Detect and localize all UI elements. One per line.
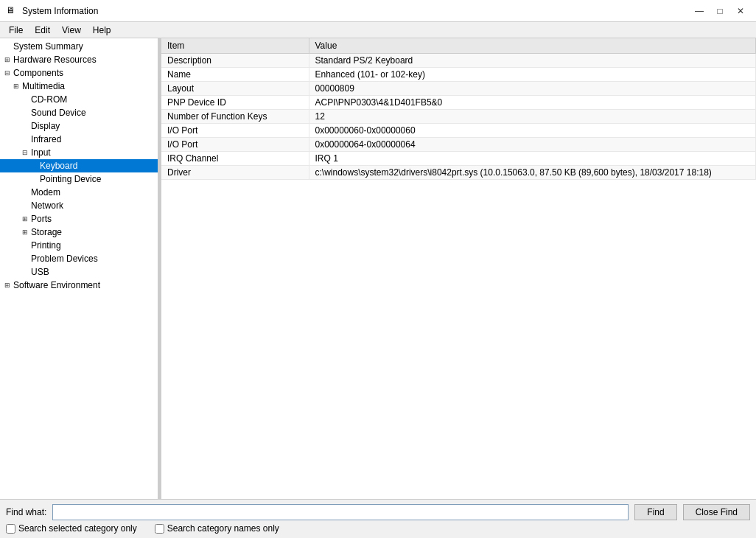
app-icon: 🖥: [6, 5, 18, 17]
tree-label-system-summary: System Summary: [13, 41, 83, 52]
tree-label-keyboard: Keyboard: [40, 161, 77, 171]
tree-item-hardware-resources[interactable]: ⊞Hardware Resources: [0, 53, 158, 66]
title-text: System Information: [22, 6, 98, 16]
table-row: Number of Function Keys12: [161, 110, 756, 124]
cell-item: I/O Port: [161, 138, 309, 152]
search-selected-text: Search selected category only: [18, 523, 137, 534]
find-button[interactable]: Find: [634, 504, 676, 520]
check-row: Search selected category only Search cat…: [6, 523, 750, 534]
cell-item: Number of Function Keys: [161, 110, 309, 124]
tree-label-display: Display: [31, 121, 60, 131]
content-area: System Summary⊞Hardware Resources⊟Compon…: [0, 38, 756, 499]
cell-item: IRQ Channel: [161, 152, 309, 166]
tree-item-software-environment[interactable]: ⊞Software Environment: [0, 279, 158, 292]
tree-item-infrared[interactable]: Infrared: [0, 133, 158, 146]
expand-icon-printing: [21, 241, 29, 250]
expand-icon-system-summary: [3, 42, 12, 51]
tree-item-usb[interactable]: USB: [0, 265, 158, 279]
cell-value: Standard PS/2 Keyboard: [309, 54, 756, 68]
tree-item-network[interactable]: Network: [0, 199, 158, 212]
search-selected-label[interactable]: Search selected category only: [6, 523, 137, 534]
search-selected-checkbox[interactable]: [6, 524, 15, 534]
tree-label-multimedia: Multimedia: [22, 81, 65, 91]
tree-item-components[interactable]: ⊟Components: [0, 66, 158, 80]
expand-icon-network: [21, 201, 29, 210]
cell-value: 00000809: [309, 82, 756, 96]
expand-icon-display: [21, 122, 29, 130]
menu-file[interactable]: File: [3, 24, 29, 37]
tree-item-sound-device[interactable]: Sound Device: [0, 106, 158, 119]
cell-item: PNP Device ID: [161, 96, 309, 110]
cell-value: 12: [309, 110, 756, 124]
cell-value: Enhanced (101- or 102-key): [309, 68, 756, 82]
search-names-checkbox[interactable]: [155, 524, 164, 534]
tree-item-modem[interactable]: Modem: [0, 186, 158, 199]
tree-item-display[interactable]: Display: [0, 119, 158, 133]
tree-item-storage[interactable]: ⊞Storage: [0, 226, 158, 239]
expand-icon-hardware-resources: ⊞: [3, 55, 12, 64]
menu-view[interactable]: View: [56, 24, 87, 37]
table-row: I/O Port0x00000060-0x00000060: [161, 124, 756, 138]
col-value: Value: [309, 38, 756, 54]
tree-label-pointing-device: Pointing Device: [40, 174, 101, 184]
restore-button[interactable]: □: [710, 4, 729, 18]
tree-label-storage: Storage: [31, 227, 62, 237]
find-input[interactable]: [52, 504, 629, 520]
tree-label-sound-device: Sound Device: [31, 108, 86, 118]
search-names-text: Search category names only: [167, 523, 279, 534]
expand-icon-storage: ⊞: [21, 228, 29, 237]
table-row: Driverc:\windows\system32\drivers\i8042p…: [161, 166, 756, 180]
title-bar: 🖥 System Information ― □ ✕: [0, 0, 756, 22]
tree-item-keyboard[interactable]: Keyboard: [0, 159, 158, 172]
expand-icon-problem-devices: [21, 254, 29, 263]
table-row: I/O Port0x00000064-0x00000064: [161, 138, 756, 152]
tree-label-software-environment: Software Environment: [13, 280, 100, 290]
search-names-label[interactable]: Search category names only: [155, 523, 279, 534]
find-row: Find what: Find Close Find: [6, 504, 750, 520]
close-find-button[interactable]: Close Find: [683, 504, 750, 520]
tree-item-multimedia[interactable]: ⊞Multimedia: [0, 80, 158, 93]
expand-icon-multimedia: ⊞: [12, 82, 21, 91]
expand-icon-software-environment: ⊞: [3, 281, 12, 290]
title-bar-buttons: ― □ ✕: [690, 4, 750, 18]
find-label: Find what:: [6, 507, 46, 517]
tree-label-input: Input: [31, 147, 51, 158]
tree-item-problem-devices[interactable]: Problem Devices: [0, 252, 158, 265]
cell-value: IRQ 1: [309, 152, 756, 166]
table-row: Layout00000809: [161, 82, 756, 96]
table-row: NameEnhanced (101- or 102-key): [161, 68, 756, 82]
col-item: Item: [161, 38, 309, 54]
detail-panel: Item Value DescriptionStandard PS/2 Keyb…: [161, 38, 756, 499]
tree-label-printing: Printing: [31, 240, 61, 251]
expand-icon-infrared: [21, 135, 29, 144]
tree-label-components: Components: [13, 68, 63, 78]
tree-panel[interactable]: System Summary⊞Hardware Resources⊟Compon…: [0, 38, 158, 499]
tree-item-printing[interactable]: Printing: [0, 239, 158, 252]
minimize-button[interactable]: ―: [690, 4, 709, 18]
table-row: DescriptionStandard PS/2 Keyboard: [161, 54, 756, 68]
menu-help[interactable]: Help: [87, 24, 117, 37]
tree-label-usb: USB: [31, 267, 49, 277]
tree-item-pointing-device[interactable]: Pointing Device: [0, 172, 158, 186]
expand-icon-sound-device: [21, 108, 29, 117]
tree-item-cd-rom[interactable]: CD-ROM: [0, 93, 158, 106]
tree-item-ports[interactable]: ⊞Ports: [0, 212, 158, 226]
title-bar-left: 🖥 System Information: [6, 5, 98, 17]
tree-label-ports: Ports: [31, 214, 52, 224]
expand-icon-input: ⊟: [21, 148, 29, 157]
menu-edit[interactable]: Edit: [29, 24, 56, 37]
cell-item: Name: [161, 68, 309, 82]
cell-item: I/O Port: [161, 124, 309, 138]
tree-item-input[interactable]: ⊟Input: [0, 146, 158, 159]
tree-label-modem: Modem: [31, 187, 60, 198]
table-row: IRQ ChannelIRQ 1: [161, 152, 756, 166]
expand-icon-ports: ⊞: [21, 214, 29, 223]
main-container: System Summary⊞Hardware Resources⊟Compon…: [0, 38, 756, 538]
close-button[interactable]: ✕: [731, 4, 750, 18]
cell-value: 0x00000060-0x00000060: [309, 124, 756, 138]
tree-item-system-summary[interactable]: System Summary: [0, 40, 158, 53]
tree-label-problem-devices: Problem Devices: [31, 254, 98, 264]
cell-value: c:\windows\system32\drivers\i8042prt.sys…: [309, 166, 756, 180]
bottom-bar: Find what: Find Close Find Search select…: [0, 499, 756, 538]
menu-bar: File Edit View Help: [0, 22, 756, 38]
